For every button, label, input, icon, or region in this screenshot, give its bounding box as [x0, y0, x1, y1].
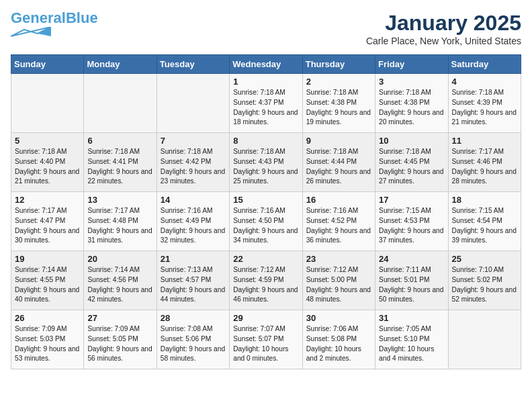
day-number: 12: [15, 195, 80, 205]
day-info: Sunrise: 7:18 AM Sunset: 4:43 PM Dayligh…: [233, 147, 298, 187]
day-number: 14: [161, 195, 226, 205]
calendar-cell: [157, 74, 229, 133]
calendar-cell: 31Sunrise: 7:05 AM Sunset: 5:10 PM Dayli…: [375, 310, 448, 369]
day-info: Sunrise: 7:18 AM Sunset: 4:39 PM Dayligh…: [452, 88, 517, 128]
calendar-week-row: 1Sunrise: 7:18 AM Sunset: 4:37 PM Daylig…: [11, 74, 521, 133]
calendar-week-row: 5Sunrise: 7:18 AM Sunset: 4:40 PM Daylig…: [11, 133, 521, 192]
calendar-cell: 28Sunrise: 7:08 AM Sunset: 5:06 PM Dayli…: [157, 310, 229, 369]
day-info: Sunrise: 7:16 AM Sunset: 4:50 PM Dayligh…: [233, 206, 298, 246]
day-info: Sunrise: 7:09 AM Sunset: 5:03 PM Dayligh…: [15, 324, 80, 364]
calendar-cell: 9Sunrise: 7:18 AM Sunset: 4:44 PM Daylig…: [302, 133, 375, 192]
logo: GeneralBlue: [11, 11, 98, 30]
day-info: Sunrise: 7:18 AM Sunset: 4:42 PM Dayligh…: [161, 147, 226, 187]
logo-part2: Blue: [66, 9, 98, 26]
day-info: Sunrise: 7:13 AM Sunset: 4:57 PM Dayligh…: [161, 265, 226, 305]
day-number: 26: [15, 313, 80, 323]
day-info: Sunrise: 7:18 AM Sunset: 4:44 PM Dayligh…: [306, 147, 371, 187]
title-block: January 2025 Carle Place, New York, Unit…: [366, 11, 521, 46]
page-header: GeneralBlue January 2025 Carle Place, Ne…: [11, 11, 521, 46]
calendar-cell: 8Sunrise: 7:18 AM Sunset: 4:43 PM Daylig…: [230, 133, 302, 192]
calendar-cell: 2Sunrise: 7:18 AM Sunset: 4:38 PM Daylig…: [302, 74, 375, 133]
calendar-week-row: 26Sunrise: 7:09 AM Sunset: 5:03 PM Dayli…: [11, 310, 521, 369]
day-number: 4: [452, 77, 517, 87]
calendar-cell: 16Sunrise: 7:16 AM Sunset: 4:52 PM Dayli…: [302, 192, 375, 251]
calendar-table: SundayMondayTuesdayWednesdayThursdayFrid…: [11, 54, 521, 369]
calendar-cell: 30Sunrise: 7:06 AM Sunset: 5:08 PM Dayli…: [302, 310, 375, 369]
calendar-cell: 27Sunrise: 7:09 AM Sunset: 5:05 PM Dayli…: [84, 310, 157, 369]
calendar-cell: 14Sunrise: 7:16 AM Sunset: 4:49 PM Dayli…: [157, 192, 229, 251]
day-number: 7: [161, 136, 226, 146]
day-info: Sunrise: 7:12 AM Sunset: 5:00 PM Dayligh…: [306, 265, 371, 305]
day-info: Sunrise: 7:05 AM Sunset: 5:10 PM Dayligh…: [379, 324, 444, 364]
calendar-cell: 18Sunrise: 7:15 AM Sunset: 4:54 PM Dayli…: [448, 192, 521, 251]
day-number: 30: [306, 313, 371, 323]
day-number: 10: [379, 136, 444, 146]
calendar-cell: 25Sunrise: 7:10 AM Sunset: 5:02 PM Dayli…: [448, 251, 521, 310]
day-number: 11: [452, 136, 517, 146]
day-number: 5: [15, 136, 80, 146]
calendar-cell: 7Sunrise: 7:18 AM Sunset: 4:42 PM Daylig…: [157, 133, 229, 192]
day-number: 1: [233, 77, 298, 87]
day-info: Sunrise: 7:10 AM Sunset: 5:02 PM Dayligh…: [452, 265, 517, 305]
calendar-cell: 1Sunrise: 7:18 AM Sunset: 4:37 PM Daylig…: [230, 74, 302, 133]
weekday-header: Tuesday: [157, 55, 229, 74]
day-info: Sunrise: 7:12 AM Sunset: 4:59 PM Dayligh…: [233, 265, 298, 305]
location: Carle Place, New York, United States: [366, 36, 521, 46]
day-info: Sunrise: 7:18 AM Sunset: 4:38 PM Dayligh…: [306, 88, 371, 128]
day-info: Sunrise: 7:09 AM Sunset: 5:05 PM Dayligh…: [87, 324, 152, 364]
calendar-cell: [448, 310, 521, 369]
day-info: Sunrise: 7:18 AM Sunset: 4:45 PM Dayligh…: [379, 147, 444, 187]
day-number: 31: [379, 313, 444, 323]
day-info: Sunrise: 7:18 AM Sunset: 4:37 PM Dayligh…: [233, 88, 298, 128]
day-info: Sunrise: 7:17 AM Sunset: 4:46 PM Dayligh…: [452, 147, 517, 187]
day-number: 18: [452, 195, 517, 205]
weekday-header: Monday: [84, 55, 157, 74]
day-info: Sunrise: 7:17 AM Sunset: 4:47 PM Dayligh…: [15, 206, 80, 246]
weekday-header: Sunday: [11, 55, 84, 74]
logo-part1: General: [11, 9, 66, 26]
day-number: 8: [233, 136, 298, 146]
month-title: January 2025: [366, 11, 521, 36]
calendar-cell: 29Sunrise: 7:07 AM Sunset: 5:07 PM Dayli…: [230, 310, 302, 369]
day-number: 6: [87, 136, 152, 146]
calendar-cell: 21Sunrise: 7:13 AM Sunset: 4:57 PM Dayli…: [157, 251, 229, 310]
day-number: 3: [379, 77, 444, 87]
day-number: 24: [379, 254, 444, 264]
calendar-cell: 26Sunrise: 7:09 AM Sunset: 5:03 PM Dayli…: [11, 310, 84, 369]
calendar-cell: 24Sunrise: 7:11 AM Sunset: 5:01 PM Dayli…: [375, 251, 448, 310]
weekday-header: Wednesday: [230, 55, 302, 74]
day-info: Sunrise: 7:18 AM Sunset: 4:41 PM Dayligh…: [87, 147, 152, 187]
day-number: 2: [306, 77, 371, 87]
day-info: Sunrise: 7:11 AM Sunset: 5:01 PM Dayligh…: [379, 265, 444, 305]
day-info: Sunrise: 7:16 AM Sunset: 4:52 PM Dayligh…: [306, 206, 371, 246]
day-info: Sunrise: 7:14 AM Sunset: 4:55 PM Dayligh…: [15, 265, 80, 305]
day-info: Sunrise: 7:18 AM Sunset: 4:38 PM Dayligh…: [379, 88, 444, 128]
day-info: Sunrise: 7:18 AM Sunset: 4:40 PM Dayligh…: [15, 147, 80, 187]
day-number: 17: [379, 195, 444, 205]
calendar-cell: 11Sunrise: 7:17 AM Sunset: 4:46 PM Dayli…: [448, 133, 521, 192]
calendar-cell: 10Sunrise: 7:18 AM Sunset: 4:45 PM Dayli…: [375, 133, 448, 192]
weekday-header: Saturday: [448, 55, 521, 74]
calendar-cell: 17Sunrise: 7:15 AM Sunset: 4:53 PM Dayli…: [375, 192, 448, 251]
calendar-cell: 19Sunrise: 7:14 AM Sunset: 4:55 PM Dayli…: [11, 251, 84, 310]
calendar-cell: 6Sunrise: 7:18 AM Sunset: 4:41 PM Daylig…: [84, 133, 157, 192]
calendar-cell: 3Sunrise: 7:18 AM Sunset: 4:38 PM Daylig…: [375, 74, 448, 133]
day-number: 20: [87, 254, 152, 264]
day-number: 28: [161, 313, 226, 323]
day-info: Sunrise: 7:14 AM Sunset: 4:56 PM Dayligh…: [87, 265, 152, 305]
calendar-cell: [11, 74, 84, 133]
calendar-cell: 4Sunrise: 7:18 AM Sunset: 4:39 PM Daylig…: [448, 74, 521, 133]
calendar-cell: 23Sunrise: 7:12 AM Sunset: 5:00 PM Dayli…: [302, 251, 375, 310]
day-number: 29: [233, 313, 298, 323]
day-number: 22: [233, 254, 298, 264]
calendar-cell: 5Sunrise: 7:18 AM Sunset: 4:40 PM Daylig…: [11, 133, 84, 192]
day-number: 25: [452, 254, 517, 264]
calendar-week-row: 12Sunrise: 7:17 AM Sunset: 4:47 PM Dayli…: [11, 192, 521, 251]
day-info: Sunrise: 7:07 AM Sunset: 5:07 PM Dayligh…: [233, 324, 298, 364]
day-info: Sunrise: 7:08 AM Sunset: 5:06 PM Dayligh…: [161, 324, 226, 364]
day-info: Sunrise: 7:16 AM Sunset: 4:49 PM Dayligh…: [161, 206, 226, 246]
logo-text: GeneralBlue: [11, 11, 98, 26]
calendar-cell: 15Sunrise: 7:16 AM Sunset: 4:50 PM Dayli…: [230, 192, 302, 251]
calendar-cell: 20Sunrise: 7:14 AM Sunset: 4:56 PM Dayli…: [84, 251, 157, 310]
day-info: Sunrise: 7:15 AM Sunset: 4:53 PM Dayligh…: [379, 206, 444, 246]
